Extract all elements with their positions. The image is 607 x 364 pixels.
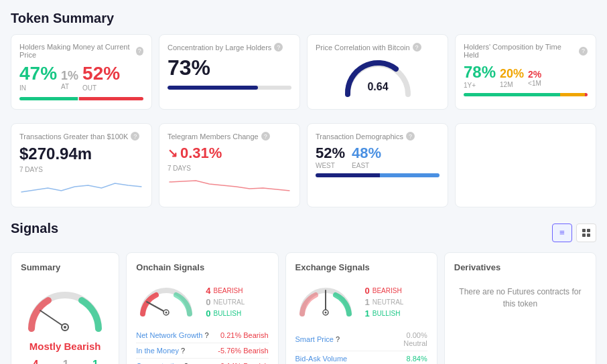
demographics-title: Transaction Demographics ? (316, 132, 440, 141)
onchain-table: Net Network Growth ? 0.21% Bearish In th… (136, 328, 268, 364)
correlation-gauge-svg: 0.64 (341, 56, 415, 99)
demo-east-pct: 48% (352, 145, 381, 161)
onchain-signal-card: Onchain Signals 4 BEARISH (126, 252, 278, 364)
exchange-signal-card: Exchange Signals 0 (285, 252, 437, 364)
exchange-signal-title: Exchange Signals (295, 262, 427, 272)
holders-in-label: IN (19, 84, 57, 92)
holders-values: 47% IN 1% AT 52% OUT (19, 63, 143, 92)
comp-1m-block: 2% <1M (528, 69, 541, 87)
telegram-card: Telegram Members Change ? ↘ 0.31% 7 DAYS (159, 123, 300, 207)
holders-money-help-icon[interactable]: ? (136, 47, 143, 56)
summary-bearish-count: 4 BEARISH (21, 359, 50, 364)
comp-bar-orange (560, 93, 585, 96)
concentration-title: Concentration by Large Holders ? (167, 43, 291, 52)
signal-value-cell: -5.76% Bearish (214, 343, 269, 359)
list-view-button[interactable]: ≡ (552, 223, 572, 242)
derivatives-card: Derivatives There are no Futures contrac… (444, 252, 596, 364)
transactions-value: $270.94m (19, 145, 143, 163)
composition-bar (464, 93, 588, 96)
holders-out-label: OUT (82, 84, 120, 92)
composition-help-icon[interactable]: ? (579, 47, 588, 56)
correlation-title: Price Correlation with Bitcoin ? (316, 43, 440, 52)
concentration-help-icon[interactable]: ? (274, 43, 283, 52)
holders-money-title: Holders Making Money at Current Price ? (19, 43, 143, 59)
signal-name-cell[interactable]: Net Network Growth ? (136, 328, 214, 343)
svg-rect-4 (587, 234, 590, 237)
demo-east-block: 48% EAST (352, 145, 381, 169)
correlation-help-icon[interactable]: ? (413, 43, 421, 52)
exchange-neutral-row: 1 NEUTRAL (365, 297, 404, 307)
telegram-chart (167, 172, 291, 195)
summary-signal-title: Summary (21, 262, 109, 272)
holders-out-block: 52% OUT (82, 63, 120, 92)
grid-view-icon (582, 228, 591, 238)
demographics-card: Transaction Demographics ? 52% WEST 48% … (307, 123, 448, 207)
onchain-gauge-svg (136, 280, 196, 317)
list-view-icon: ≡ (559, 227, 565, 238)
no-contracts-text: There are no Futures contracts for this … (454, 286, 586, 310)
demo-west-label: WEST (316, 162, 345, 169)
demo-east-label: EAST (352, 162, 381, 169)
svg-point-13 (324, 312, 326, 314)
demo-bar-east (380, 173, 440, 177)
onchain-signal-title: Onchain Signals (136, 262, 268, 272)
composition-values: 78% 1Y+ 20% 12M 2% <1M (464, 63, 588, 89)
signal-value-cell: -0.14% Bearish (214, 359, 269, 365)
summary-gauge-svg (21, 280, 109, 334)
composition-card: Holders' Composition by Time Held ? 78% … (455, 34, 596, 110)
grid-view-button[interactable] (576, 223, 596, 242)
demo-bar-west (316, 173, 380, 177)
token-summary-title: Token Summary (11, 11, 596, 26)
concentration-value: 73% (167, 56, 291, 80)
token-summary-top-grid: Holders Making Money at Current Price ? … (11, 34, 596, 110)
svg-rect-3 (582, 234, 586, 237)
signal-name-cell[interactable]: Concentration ? (136, 359, 214, 365)
telegram-title: Telegram Members Change ? (167, 132, 291, 141)
comp-12m-block: 20% 12M (500, 67, 524, 88)
onchain-gauge-row: 4 BEARISH 0 NEUTRAL 0 BULLISH (136, 280, 268, 318)
demo-west-pct: 52% (316, 145, 345, 161)
signal-name-cell[interactable]: Bid-Ask Volume Imbalance ? (295, 351, 383, 365)
transactions-title: Transactions Greater than $100K ? (19, 132, 143, 141)
arrow-down-icon: ↘ (167, 146, 178, 161)
telegram-help-icon[interactable]: ? (261, 132, 270, 141)
holders-in-pct: 47% (19, 63, 57, 84)
concentration-card: Concentration by Large Holders ? 73% (159, 34, 300, 110)
holders-bar-red (79, 97, 143, 100)
telegram-days: 7 DAYS (167, 165, 291, 172)
svg-point-7 (64, 326, 66, 329)
holders-at-pct: 1% (61, 69, 78, 82)
comp-12m-pct: 20% (500, 67, 524, 80)
onchain-bullish-row: 0 BULLISH (206, 308, 245, 318)
summary-bullish-count: 1 BULLISH (82, 359, 110, 364)
holders-money-card: Holders Making Money at Current Price ? … (11, 34, 152, 110)
onchain-table-row: Net Network Growth ? 0.21% Bearish (136, 328, 268, 343)
holders-at-label: AT (61, 83, 78, 90)
correlation-card: Price Correlation with Bitcoin ? 0.64 (307, 34, 448, 110)
transactions-help-icon[interactable]: ? (131, 132, 139, 141)
onchain-counts: 4 BEARISH 0 NEUTRAL 0 BULLISH (206, 286, 245, 318)
exchange-table-row: Bid-Ask Volume Imbalance ? 8.84% Bullish (295, 351, 427, 365)
empty-card (455, 123, 596, 207)
demo-west-block: 52% WEST (316, 145, 345, 169)
summary-neutral-count: 1 NEUTRAL (50, 359, 82, 364)
transactions-chart (19, 173, 143, 197)
signals-section: Signals ≡ Summary (11, 221, 596, 364)
exchange-bearish-row: 0 BEARISH (365, 286, 404, 296)
concentration-fill (167, 86, 258, 90)
signal-name-cell[interactable]: Smart Price ? (295, 328, 383, 351)
signal-name-cell[interactable]: In the Money ? (136, 343, 214, 359)
signals-header: Signals ≡ (11, 221, 596, 244)
onchain-neutral-row: 0 NEUTRAL (206, 297, 245, 307)
comp-1y-pct: 78% (464, 63, 496, 81)
demographics-help-icon[interactable]: ? (406, 132, 415, 141)
exchange-gauge-svg (295, 280, 356, 317)
holders-bar (19, 97, 143, 100)
svg-text:0.64: 0.64 (367, 81, 388, 92)
transactions-card: Transactions Greater than $100K ? $270.9… (11, 123, 152, 207)
comp-bar-green (464, 93, 560, 96)
holders-at-block: 1% AT (61, 69, 78, 90)
concentration-bar (167, 86, 291, 90)
onchain-table-row: Concentration ? -0.14% Bearish (136, 359, 268, 365)
derivatives-title: Derivatives (454, 262, 586, 272)
